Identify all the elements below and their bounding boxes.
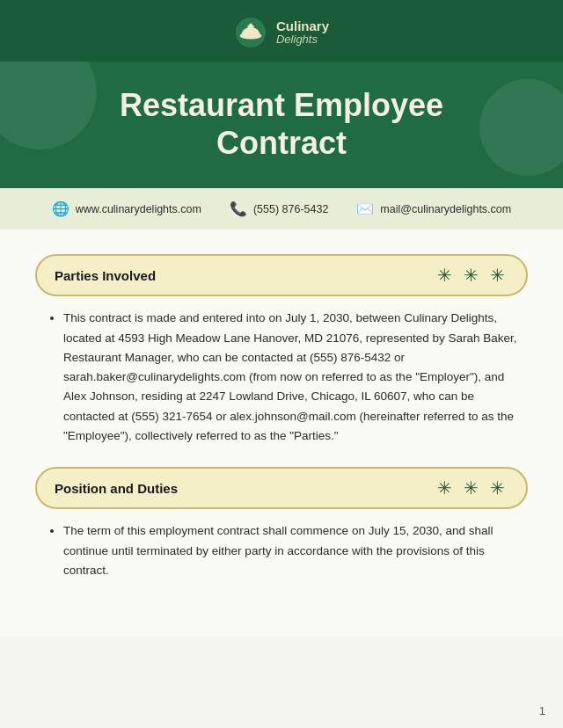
section-position-stars: ✳ ✳ ✳ bbox=[437, 477, 508, 499]
globe-icon: 🌐 bbox=[52, 200, 69, 217]
contact-bar: 🌐 www.culinarydelights.com 📞 (555) 876-5… bbox=[0, 188, 563, 229]
section-position-title: Position and Duties bbox=[55, 481, 178, 496]
section-parties-title: Parties Involved bbox=[55, 268, 156, 283]
section-position-body: The term of this employment contract sha… bbox=[35, 521, 528, 580]
parties-text: This contract is made and entered into o… bbox=[63, 309, 519, 446]
contact-phone: 📞 (555) 876-5432 bbox=[230, 200, 328, 217]
contact-email: ✉️ mail@culinarydelights.com bbox=[356, 200, 511, 217]
logo-text: Culinary Delights bbox=[276, 18, 329, 47]
section-parties: Parties Involved ✳ ✳ ✳ This contract is … bbox=[35, 254, 528, 446]
email-text: mail@culinarydelights.com bbox=[380, 203, 511, 215]
website-text: www.culinarydelights.com bbox=[76, 203, 201, 215]
contact-website: 🌐 www.culinarydelights.com bbox=[52, 200, 201, 217]
phone-text: (555) 876-5432 bbox=[253, 203, 328, 215]
phone-icon: 📞 bbox=[230, 200, 247, 217]
main-content: Parties Involved ✳ ✳ ✳ This contract is … bbox=[0, 229, 563, 637]
email-icon: ✉️ bbox=[356, 200, 374, 217]
page-title: Restaurant Employee Contract bbox=[53, 86, 510, 162]
logo-name: Culinary bbox=[276, 18, 329, 33]
logo-icon bbox=[234, 16, 267, 49]
logo-tagline: Delights bbox=[276, 33, 329, 47]
section-parties-stars: ✳ ✳ ✳ bbox=[437, 265, 508, 286]
section-parties-body: This contract is made and entered into o… bbox=[35, 309, 528, 446]
title-banner: Restaurant Employee Contract bbox=[0, 62, 563, 188]
section-position-header: Position and Duties ✳ ✳ ✳ bbox=[35, 467, 528, 509]
page-header: Culinary Delights bbox=[0, 0, 563, 62]
position-text: The term of this employment contract sha… bbox=[63, 521, 519, 580]
section-parties-header: Parties Involved ✳ ✳ ✳ bbox=[35, 254, 528, 296]
page-number: 1 bbox=[539, 704, 545, 717]
section-position: Position and Duties ✳ ✳ ✳ The term of th… bbox=[35, 467, 528, 580]
svg-point-3 bbox=[249, 24, 252, 27]
